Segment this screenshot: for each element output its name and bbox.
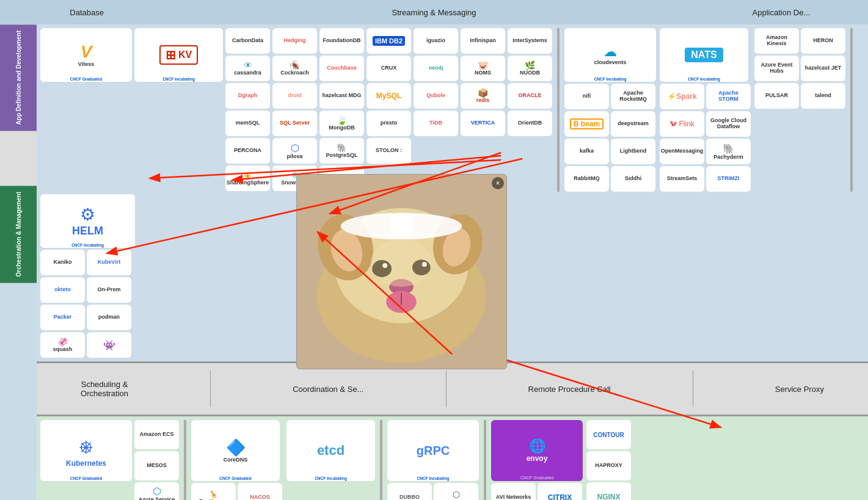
logo-presto[interactable]: presto [367,111,411,136]
logo-kubevirt[interactable]: KubeVirt [87,250,131,275]
logo-sofarpc[interactable]: ⬡ SOFARPC [434,483,478,500]
logo-nacos[interactable]: NACOS [238,483,282,500]
logo-strimzi[interactable]: STRIMZI [706,166,751,192]
logo-crux[interactable]: CRUX [367,56,411,81]
str-col2-r4: OpenMessaging 🐘 Pachyderm [660,139,751,164]
logo-kaniko[interactable]: Kaniko [40,250,85,275]
logo-grpc[interactable]: gRPC CNCF Incubating [387,420,479,481]
logo-contour-box[interactable]: CONTOUR [586,420,631,449]
logo-stolon[interactable]: STOLON : [367,138,411,164]
logo-pilosa[interactable]: ⬡ pilosa [272,138,317,164]
logo-tidb[interactable]: TiDB [414,111,458,136]
logo-dubbo[interactable]: DUBBO [387,483,432,500]
logo-nifi[interactable]: nifi [564,84,609,109]
logo-hazelcast-mdg[interactable]: hazelcast MDG [319,83,364,109]
logo-hedging[interactable]: Hedging [272,28,317,54]
logo-envoy[interactable]: 🌐 envoy CNCF Graduated [491,420,583,481]
orch-divider3 [484,420,486,500]
logo-druid[interactable]: druid [272,83,317,109]
logo-dataflow[interactable]: Google Cloud Dataflow [706,111,751,137]
logo-sqlserver[interactable]: SQL Server [272,111,317,136]
cockroach-icon: 🪳 [290,60,300,70]
logo-kafka[interactable]: kafka [564,139,609,164]
logo-mesos[interactable]: MESOS [134,451,179,480]
logo-packer[interactable]: Packer [40,305,85,330]
logo-kv[interactable]: ⊞KV CNCF Incubating [134,28,223,82]
logo-heron[interactable]: HERON [801,28,845,54]
divider-line2 [446,371,447,407]
logo-postgresql[interactable]: 🐘 PostgreSQL [319,138,364,164]
logo-shardingsphere[interactable]: ◈ ShardingSphere [225,165,270,191]
dog-close-button[interactable]: × [492,177,504,189]
logo-hazelcast-jet[interactable]: hazelcast JET [801,56,845,81]
logo-cloudevents[interactable]: ☁ cloudevents CNCF Incubating [564,28,656,82]
logo-okteto[interactable]: okteto [40,277,85,303]
mid-divider: Scheduling &Orchestration Coordination &… [37,361,868,416]
logo-memsql[interactable]: memSQL [225,111,270,136]
logo-vitess[interactable]: V Vitess CNCF Graduated [40,28,132,82]
logo-carbondata[interactable]: CarbonData [225,28,270,54]
redis-icon: 📦 [478,88,488,98]
logo-pachyderm[interactable]: 🐘 Pachyderm [706,139,751,164]
logo-iguazio[interactable]: iguazio [414,28,458,54]
db-col4: IBM DB2 CRUX MySQL presto STOLON : [367,28,411,192]
logo-talend[interactable]: talend [801,83,845,109]
logo-openmessaging[interactable]: OpenMessaging [660,139,704,164]
logo-rabbitmq[interactable]: RabbitMQ [564,166,609,192]
suppressio-icon: 👾 [103,339,115,351]
logo-redis[interactable]: 📦 redis [461,83,505,109]
logo-etcd[interactable]: etcd CNCF Incubating [286,420,375,481]
logo-squash[interactable]: 🦑 squash [40,332,85,358]
logo-nginx[interactable]: NGINX [586,482,631,500]
logo-siddhi[interactable]: Siddhi [611,166,655,192]
logo-ibmdb2[interactable]: IBM DB2 [367,28,411,54]
logo-noms[interactable]: 🐷 NOMS [461,56,505,81]
appdev-r2: Kaniko KubeVirt [40,250,135,275]
envoy-name: envoy [527,454,548,463]
logo-onprem[interactable]: On-Prem [87,277,131,303]
logo-haproxy[interactable]: HAPROXY [586,451,631,480]
logo-storm[interactable]: Apache STORM [706,84,751,109]
logo-nats[interactable]: NATS CNCF Incubating [660,28,748,82]
logo-percona[interactable]: PERCONA [225,138,270,164]
logo-dgraph[interactable]: Dgraph [225,83,270,109]
coord-label: Coordination & Se... [286,385,370,394]
logo-citrix[interactable]: CITRIX [538,483,582,500]
logo-flink[interactable]: 🐿 Flink [660,111,704,137]
logo-avi[interactable]: AVI Networks [491,483,536,500]
logo-suppressio[interactable]: 👾 [87,332,131,358]
logo-couchbase[interactable]: Couchbase [319,56,364,81]
logo-intersystems[interactable]: InterSystems [508,28,552,54]
logo-vertica[interactable]: VERTICA [461,111,505,136]
logo-azure-event-hubs[interactable]: Azure Event Hubs [754,56,799,81]
logo-cassandra[interactable]: 👁 cassandra [225,56,270,81]
logo-neo4j[interactable]: neo4j [414,56,458,81]
logo-coredns[interactable]: 🔷 CoreDNS CNCF Graduated [191,420,280,481]
logo-beam[interactable]: B beam [564,111,609,137]
logo-cockroach[interactable]: 🪳 Cockroach [272,56,317,81]
logo-mysql[interactable]: MySQL [367,83,411,109]
logo-infinispan[interactable]: Infinispan [461,28,505,54]
logo-rocketmq[interactable]: Apache RocketMQ [611,84,655,109]
logo-zookeeper[interactable]: 🦒 ZooKeeper [191,483,236,500]
logo-oracle[interactable]: ORACLE [508,83,552,109]
logo-kubernetes[interactable]: ⎈ Kubernetes CNCF Graduated [40,420,132,481]
logo-amazon-ecs[interactable]: Amazon ECS [134,420,179,449]
logo-mongodb[interactable]: 🍃 MongoDB [319,111,364,136]
top-header-bar: Database Streaming & Messaging Applicati… [0,0,868,24]
logo-nuodb[interactable]: 🌿 NUODB [508,56,552,81]
logo-spark[interactable]: ⚡Spark [660,84,704,109]
logo-streamsets[interactable]: StreamSets [660,166,704,192]
logo-podman[interactable]: podman [87,305,131,330]
logo-kinesis[interactable]: Amazon Kinesis [754,28,799,54]
logo-helm[interactable]: ⚙ HELM CNCF Incubating [40,194,135,248]
logo-azure-service[interactable]: ⬡ Azure Service Fabric [134,482,179,500]
logo-qubole[interactable]: Qubole [414,83,458,109]
logo-lightbend[interactable]: Lightbend [611,139,655,164]
logo-deepstream[interactable]: deepstream [611,111,655,137]
logo-pulsar[interactable]: PULSAR [754,83,799,109]
logo-orientdb[interactable]: OrientDB [508,111,552,136]
app-def-label: App Definition and Development [0,24,37,131]
logo-foundationdb[interactable]: FoundationDB [319,28,364,54]
streaming-row5: RabbitMQ Siddhi [564,166,656,192]
